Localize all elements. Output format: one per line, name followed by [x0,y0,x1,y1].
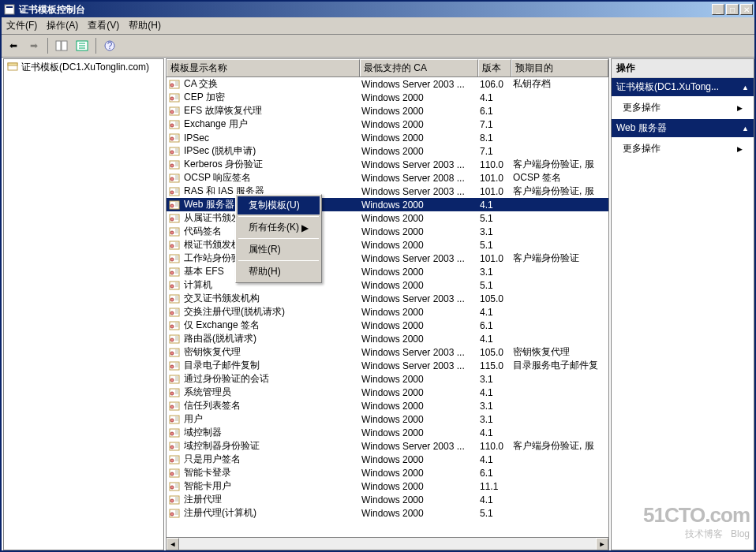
cell-purpose: 客户端身份验证, 服 [510,185,608,198]
tree-pane[interactable]: 证书模板(DC1.XuTonglin.com) [3,58,164,550]
cell-name: IPSec [181,132,358,144]
actions-section-templates[interactable]: 证书模板(DC1.XuTong... ▲ [612,78,754,96]
table-row[interactable]: 只是用户签名Windows 20004.1 [167,453,608,466]
table-row[interactable]: 代码签名Windows 20003.1 [167,225,608,238]
table-row[interactable]: 域控制器Windows 20004.1 [167,426,608,439]
table-row[interactable]: 交换注册代理(脱机请求)Windows 20004.1 [167,305,608,319]
cell-version: 3.1 [477,414,510,425]
cell-ca: Windows 2000 [358,132,477,144]
cell-version: 115.0 [477,360,510,371]
cell-ca: Windows Server 2003 ... [358,347,477,358]
actions-more-2-label: 更多操作 [623,142,661,155]
minimize-button[interactable]: _ [712,4,724,15]
table-row[interactable]: 信任列表签名Windows 20003.1 [167,399,608,412]
table-row[interactable]: 用户Windows 20003.1 [167,412,608,426]
table-row[interactable]: 基本 EFSWindows 20003.1 [167,265,608,278]
table-row[interactable]: CA 交换Windows Server 2003 ...106.0私钥存档 [167,77,608,91]
table-row[interactable]: Kerberos 身份验证Windows Server 2003 ...110.… [167,158,608,171]
svg-point-38 [170,271,174,274]
col-ca[interactable]: 最低支持的 CA [360,59,478,76]
col-purpose[interactable]: 预期目的 [511,59,608,76]
close-button[interactable]: ✕ [740,4,753,15]
table-row[interactable]: 交叉证书颁发机构Windows Server 2003 ...105.0 [167,292,608,305]
cell-name: OCSP 响应签名 [181,171,358,185]
table-row[interactable]: 密钥恢复代理Windows Server 2003 ...105.0密钥恢复代理 [167,345,608,359]
svg-point-62 [170,432,174,435]
table-row[interactable]: 工作站身份验证Windows Server 2003 ...101.0客户端身份… [167,252,608,265]
table-row[interactable]: EFS 故障恢复代理Windows 20006.1 [167,104,608,117]
table-row[interactable]: OCSP 响应签名Windows Server 2008 ...101.0OCS… [167,171,608,185]
show-hide-tree-button[interactable] [53,37,70,54]
cert-template-icon [168,172,181,185]
list-body[interactable]: CA 交换Windows Server 2003 ...106.0私钥存档CEP… [167,77,608,537]
cert-template-icon [168,293,181,305]
table-row[interactable]: 注册代理(计算机)Windows 20005.1 [167,506,608,520]
cell-name: EFS 故障恢复代理 [181,104,358,117]
table-row[interactable]: IPSecWindows 20008.1 [167,131,608,144]
table-row[interactable]: IPSec (脱机申请)Windows 20007.1 [167,144,608,158]
help-button[interactable]: ? [101,37,118,54]
col-version[interactable]: 版本 [478,59,511,76]
cell-ca: Windows 2000 [358,320,477,331]
maximize-button[interactable]: □ [726,4,739,15]
menu-action[interactable]: 操作(A) [47,19,78,32]
cell-ca: Windows Server 2003 ... [358,360,477,371]
scroll-track[interactable] [179,538,596,550]
back-button[interactable]: ⬅ [5,37,22,54]
cm-help-label: 帮助(H) [249,265,281,278]
menu-help[interactable]: 帮助(H) [129,19,161,32]
cell-name: 目录电子邮件复制 [181,359,358,372]
scroll-left-button[interactable]: ◄ [167,538,179,550]
table-row[interactable]: 路由器(脱机请求)Windows 20004.1 [167,332,608,345]
cell-name: 仅 Exchange 签名 [181,319,358,332]
scroll-right-button[interactable]: ► [596,538,608,550]
collapse-icon: ▲ [742,84,749,91]
table-row[interactable]: 智能卡用户Windows 200011.1 [167,479,608,493]
table-row[interactable]: Exchange 用户Windows 20007.1 [167,117,608,131]
cm-all-tasks[interactable]: 所有任务(K) ▶ [238,218,320,237]
cm-properties[interactable]: 属性(R) [238,241,320,259]
cell-ca: Windows 2000 [358,387,477,398]
horizontal-scrollbar[interactable]: ◄ ► [167,537,608,550]
table-row[interactable]: 智能卡登录Windows 20006.1 [167,466,608,479]
table-row[interactable]: 根证书颁发机构Windows 20005.1 [167,238,608,252]
actions-more-2[interactable]: 更多操作 ▶ [612,137,754,160]
mmc-window: 证书模板控制台 _ □ ✕ 文件(F) 操作(A) 查看(V) 帮助(H) ⬅ … [0,0,756,552]
table-row[interactable]: 计算机Windows 20005.1 [167,278,608,292]
table-row[interactable]: RAS 和 IAS 服务器Windows Server 2003 ...101.… [167,185,608,198]
cell-purpose: 目录服务电子邮件复 [510,359,608,372]
actions-section-web[interactable]: Web 服务器 ▲ [612,119,754,137]
folder-icon [7,61,18,74]
cm-duplicate-template[interactable]: 复制模板(U) [238,196,320,214]
menu-view[interactable]: 查看(V) [88,19,119,32]
cell-version: 4.1 [477,454,510,465]
svg-point-42 [170,298,174,301]
col-name[interactable]: 模板显示名称 [167,59,360,76]
actions-more-1[interactable]: 更多操作 ▶ [612,96,754,119]
table-row[interactable]: 域控制器身份验证Windows Server 2003 ...110.0客户端身… [167,439,608,453]
list-header: 模板显示名称 最低支持的 CA 版本 预期目的 [167,59,608,77]
refresh-button[interactable] [73,37,91,54]
cm-help[interactable]: 帮助(H) [238,263,320,281]
cell-purpose: 客户端身份验证, 服 [510,158,608,171]
svg-point-66 [170,459,174,462]
cell-ca: Windows 2000 [358,267,477,278]
tree-root[interactable]: 证书模板(DC1.XuTonglin.com) [4,59,163,76]
cert-template-icon [168,118,181,131]
cert-template-icon [168,252,181,265]
table-row[interactable]: 仅 Exchange 签名Windows 20006.1 [167,319,608,332]
cell-version: 101.0 [477,173,510,184]
table-row[interactable]: 注册代理Windows 20004.1 [167,493,608,506]
table-row[interactable]: CEP 加密Windows 20004.1 [167,91,608,104]
menu-file[interactable]: 文件(F) [6,19,37,32]
svg-point-44 [170,311,174,315]
table-row[interactable]: 目录电子邮件复制Windows Server 2003 ...115.0目录服务… [167,359,608,372]
svg-point-28 [170,204,174,207]
table-row[interactable]: 从属证书颁发机构Windows 20005.1 [167,211,608,225]
table-row[interactable]: 通过身份验证的会话Windows 20003.1 [167,372,608,386]
actions-section-templates-label: 证书模板(DC1.XuTong... [616,80,719,94]
table-row[interactable]: Web 服务器Windows 20004.1 [167,198,608,211]
table-row[interactable]: 系统管理员Windows 20004.1 [167,386,608,399]
forward-button[interactable]: ➡ [25,37,43,54]
cell-ca: Windows 2000 [358,414,477,425]
